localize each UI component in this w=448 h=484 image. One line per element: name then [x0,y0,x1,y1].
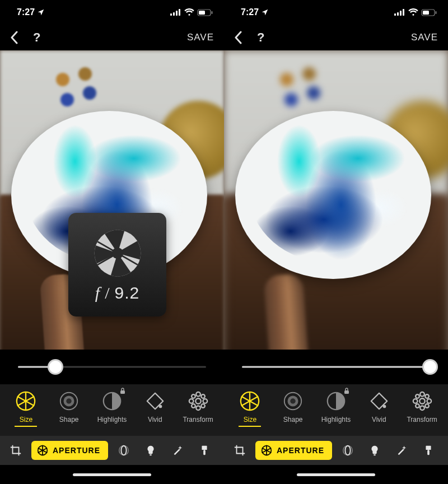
home-indicator[interactable] [224,465,448,484]
help-button[interactable]: ? [257,30,264,45]
home-indicator[interactable] [0,465,224,484]
bottom-bar: APERTURE [224,436,448,465]
wifi-icon [408,8,418,16]
tool-vivid[interactable]: Vivid [135,390,175,424]
svg-point-34 [203,399,207,403]
wand-icon[interactable] [166,439,189,462]
slider-row [224,350,448,384]
svg-point-74 [420,406,424,411]
aperture-pill[interactable]: APERTURE [255,441,332,460]
tool-shape[interactable]: Shape [273,390,313,424]
tool-transform[interactable]: Transform [402,390,442,424]
svg-point-31 [196,392,200,397]
aperture-slider[interactable] [18,359,206,375]
svg-rect-3 [179,9,180,16]
svg-rect-2 [176,11,178,16]
crop-icon[interactable] [4,439,27,462]
aperture-icon [261,445,272,456]
tool-label: Transform [183,416,213,424]
svg-line-21 [17,396,26,401]
svg-point-35 [192,394,195,398]
svg-point-79 [416,404,419,408]
svg-rect-90 [374,454,376,455]
svg-point-88 [345,446,350,455]
svg-rect-6 [199,11,205,15]
back-button[interactable] [234,31,242,44]
tool-label: Size [244,416,256,424]
tool-size[interactable]: Size [230,390,270,424]
tool-label: Shape [283,416,303,424]
svg-rect-49 [202,446,207,450]
svg-rect-53 [400,11,402,16]
svg-point-46 [121,446,126,455]
svg-rect-48 [150,454,152,455]
aperture-value: 9.2 [114,283,139,302]
svg-line-63 [241,396,250,401]
location-icon [261,8,269,16]
bulb-icon[interactable] [363,439,386,462]
crop-icon[interactable] [228,439,251,462]
svg-rect-26 [120,390,125,394]
transform-icon [411,390,433,412]
tools-row: Size Shape Highlights Vivid [0,384,224,436]
bulb-icon[interactable] [139,439,162,462]
cell-signal-icon [394,9,405,16]
svg-line-43 [38,450,43,453]
screen-left: 7:27 ? SAVE [0,0,224,484]
svg-point-47 [119,446,129,455]
nav-bar: ? SAVE [0,25,224,50]
svg-point-32 [196,406,200,411]
wand-icon[interactable] [390,439,413,462]
cell-signal-icon [170,9,181,16]
svg-point-72 [419,398,425,404]
battery-icon [197,9,213,16]
aperture-icon [239,390,261,412]
tool-vivid[interactable]: Vivid [359,390,399,424]
svg-line-18 [26,401,34,406]
svg-line-83 [267,450,271,453]
lens-icon[interactable] [113,439,135,462]
aperture-pill[interactable]: APERTURE [31,441,108,460]
svg-line-82 [267,448,271,450]
photo-viewport[interactable] [224,50,448,350]
svg-line-44 [38,448,43,450]
save-button[interactable]: SAVE [411,32,438,43]
photo-viewport[interactable]: f / 9.2 [0,50,224,350]
brush-icon[interactable] [193,439,216,462]
svg-line-86 [262,448,267,450]
svg-point-77 [416,394,419,398]
tool-highlights[interactable]: Highlights [92,390,132,424]
wifi-icon [184,8,194,16]
tool-size[interactable]: Size [6,390,46,424]
aperture-pill-label: APERTURE [53,446,100,455]
svg-point-38 [201,404,205,408]
brush-icon[interactable] [417,439,440,462]
aperture-slider[interactable] [242,359,430,375]
lens-icon[interactable] [337,439,359,462]
tool-label: Size [20,416,32,424]
save-button[interactable]: SAVE [187,32,214,43]
aperture-divider: / [105,283,110,302]
svg-point-73 [420,392,424,397]
slider-row [0,350,224,384]
status-bar: 7:27 [0,0,224,25]
svg-point-76 [427,399,431,403]
back-button[interactable] [10,31,18,44]
help-button[interactable]: ? [33,30,40,45]
tool-label: Shape [59,416,79,424]
status-bar: 7:27 [224,0,448,25]
tool-highlights[interactable]: Highlights [316,390,356,424]
svg-point-29 [158,405,162,408]
svg-rect-91 [426,446,431,450]
svg-rect-50 [203,450,206,455]
aperture-icon [92,227,143,279]
battery-icon [421,9,437,16]
vivid-icon [144,390,166,412]
aperture-pill-label: APERTURE [277,446,324,455]
svg-point-71 [382,405,386,408]
svg-point-89 [343,446,353,455]
tool-transform[interactable]: Transform [178,390,218,424]
tool-shape[interactable]: Shape [49,390,89,424]
svg-line-85 [262,450,267,453]
svg-line-62 [241,401,250,406]
